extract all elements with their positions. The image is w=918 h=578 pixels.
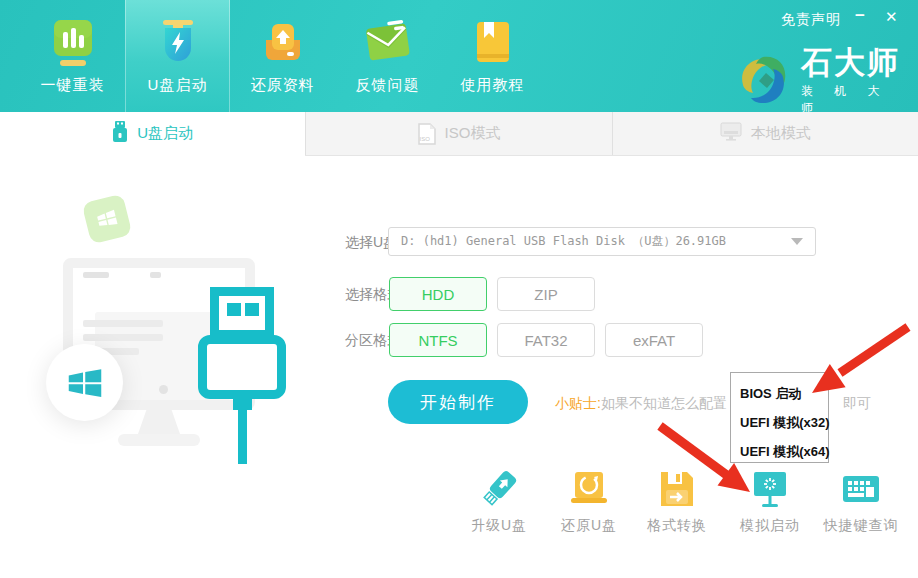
tab-local-mode[interactable]: 本地模式: [612, 112, 918, 155]
feedback-mail-icon: [364, 18, 412, 68]
tool-label: 还原U盘: [561, 517, 617, 535]
restore-data-icon: [259, 18, 307, 68]
tool-hotkey-query[interactable]: 快捷键查询: [806, 468, 916, 535]
monitor-icon: [720, 122, 742, 145]
close-button[interactable]: ✕: [885, 8, 898, 26]
content-area: 选择U盘: D: (hd1) General USB Flash Disk （U…: [0, 156, 918, 578]
tip-text: 小贴士:如果不知道怎么配置: [555, 395, 727, 413]
monitor-text-line: [83, 320, 163, 327]
tip-prefix: 小贴士:: [555, 395, 601, 411]
main-nav: 一键重装 U盘启动: [20, 0, 545, 112]
brand-text: 石大师 装 机 大 师: [801, 46, 918, 117]
windows-tile-icon: [82, 194, 133, 245]
iso-file-icon-text: ISO: [420, 136, 430, 142]
upgrade-usb-icon: [477, 468, 521, 510]
swirl-leaf-logo-icon: [735, 51, 791, 113]
usb-plug-pin: [245, 303, 259, 316]
app-window: 一键重装 U盘启动: [0, 0, 918, 578]
brand-logo: 石大师 装 机 大 师: [735, 46, 918, 117]
tab-usb-boot[interactable]: U盘启动: [0, 112, 305, 156]
format-option-hdd[interactable]: HDD: [389, 277, 487, 311]
simulate-boot-icon: [748, 468, 792, 510]
popup-item-uefi-x32[interactable]: UEFI 模拟(x32): [740, 408, 828, 437]
nav-item-tutorial[interactable]: 使用教程: [440, 0, 545, 112]
monitor-detail: [150, 272, 161, 278]
usb-plug-body: [198, 335, 286, 399]
partition-option-fat32[interactable]: FAT32: [497, 323, 595, 357]
format-option-zip[interactable]: ZIP: [497, 277, 595, 311]
mode-tabs: U盘启动 ISO ISO模式 本地模式: [0, 112, 918, 156]
usb-select-dropdown[interactable]: D: (hd1) General USB Flash Disk （U盘）26.9…: [388, 227, 816, 256]
nav-label: 还原资料: [251, 76, 315, 95]
tool-label: 快捷键查询: [824, 517, 899, 535]
usb-drive-icon: [112, 121, 128, 146]
nav-label: 使用教程: [461, 76, 525, 95]
usb-cable: [238, 408, 247, 464]
monitor-text-line: [83, 334, 163, 341]
nav-item-reinstall[interactable]: 一键重装: [20, 0, 125, 112]
boot-mode-popup: BIOS 启动 UEFI 模拟(x32) UEFI 模拟(x64): [730, 372, 829, 463]
top-bar: 一键重装 U盘启动: [0, 0, 918, 112]
tab-label: U盘启动: [137, 124, 193, 143]
tool-label: 格式转换: [647, 517, 707, 535]
windows-logo-badge: [46, 344, 123, 421]
tool-label: 升级U盘: [471, 517, 527, 535]
popup-item-bios[interactable]: BIOS 启动: [740, 379, 828, 408]
tip-suffix: 即可: [843, 395, 871, 413]
restore-usb-icon: [567, 468, 611, 510]
tutorial-book-icon: [469, 18, 517, 68]
nav-item-restore-data[interactable]: 还原资料: [230, 0, 335, 112]
brand-title: 石大师: [801, 46, 918, 80]
nav-item-usb-boot[interactable]: U盘启动: [125, 0, 230, 112]
chevron-down-icon: [791, 238, 803, 245]
hotkey-query-icon: [839, 468, 883, 510]
monitor-stand-base: [118, 434, 200, 446]
monitor-detail: [83, 272, 109, 278]
popup-item-uefi-x64[interactable]: UEFI 模拟(x64): [740, 437, 828, 466]
disclaimer-link[interactable]: 免责声明: [781, 11, 841, 29]
usb-shield-icon: [154, 18, 202, 68]
nav-item-feedback[interactable]: 反馈问题: [335, 0, 440, 112]
tab-iso-mode[interactable]: ISO ISO模式: [305, 112, 611, 155]
nav-label: U盘启动: [148, 76, 208, 95]
tab-label: 本地模式: [751, 124, 811, 143]
nav-label: 反馈问题: [356, 76, 420, 95]
tip-body: 如果不知道怎么配置: [601, 395, 727, 411]
partition-option-exfat[interactable]: exFAT: [605, 323, 703, 357]
monitor-detail: [159, 385, 168, 394]
usb-plug-pin: [227, 303, 241, 316]
iso-file-icon: ISO: [418, 123, 436, 145]
usb-select-value: D: (hd1) General USB Flash Disk （U盘）26.9…: [401, 233, 791, 250]
format-convert-icon: [655, 468, 699, 510]
start-make-button[interactable]: 开始制作: [388, 380, 528, 424]
nav-label: 一键重装: [41, 76, 105, 95]
partition-option-ntfs[interactable]: NTFS: [389, 323, 487, 357]
monitor-stand: [138, 410, 180, 434]
chart-reinstall-icon: [49, 18, 97, 68]
minimize-button[interactable]: −: [855, 6, 865, 26]
tool-label: 模拟启动: [740, 517, 800, 535]
usb-plug-illustration: [210, 287, 274, 339]
tab-label: ISO模式: [445, 124, 501, 143]
